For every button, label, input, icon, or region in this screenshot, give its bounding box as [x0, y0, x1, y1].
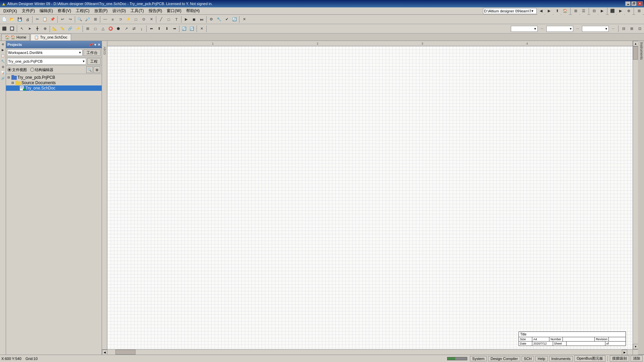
net-button[interactable]: ⊃ — [117, 16, 124, 23]
junction-button[interactable]: ⊙ — [140, 16, 147, 23]
tree-item-schdoc[interactable]: Try_one.SchDoc — [6, 85, 102, 91]
menu-view[interactable]: 察看(V) — [56, 7, 73, 14]
horizontal-scrollbar[interactable]: ◀ ▶ — [102, 349, 633, 355]
tb2-btn7[interactable]: 📐 — [51, 25, 58, 33]
menu-edit[interactable]: 编辑(E) — [38, 7, 55, 14]
menu-window[interactable]: 窗口(W) — [165, 7, 183, 14]
mask-button[interactable]: 摸膜级别 — [610, 355, 629, 362]
redo-button[interactable]: ↪ — [66, 16, 74, 23]
grid-btn[interactable]: ⊞ — [635, 7, 643, 15]
schematic-canvas[interactable]: 1 2 3 4 A B C D Title — [102, 41, 638, 355]
tb2-btn3[interactable]: ↖ — [18, 25, 25, 33]
design-compiler-button[interactable]: Design Compiler — [488, 356, 520, 361]
project-button[interactable]: 工程 — [87, 58, 101, 65]
vtb-btn3[interactable]: 📋 — [0, 53, 6, 58]
wire-button[interactable]: 〰 — [101, 16, 109, 23]
undo-button[interactable]: ↩ — [59, 16, 66, 23]
nav-forward-button[interactable]: ▶ — [545, 7, 553, 15]
tb2-btn5[interactable]: ╋ — [34, 25, 41, 33]
text-button[interactable]: T — [173, 16, 180, 23]
file-view-radio[interactable]: 文件视图 — [7, 67, 27, 72]
print-button[interactable]: 🖨 — [24, 16, 31, 23]
minimize-button[interactable]: 🗕 — [625, 1, 631, 6]
view-grid-button[interactable]: ⊞ — [572, 7, 579, 15]
tb2-btn16[interactable]: ↗ — [122, 25, 130, 33]
tb2-btn19[interactable]: ⬅ — [148, 25, 155, 33]
bus-button[interactable]: ≡ — [109, 16, 116, 23]
menu-project[interactable]: 工程(C) — [74, 7, 92, 14]
path-combo[interactable]: D:\Altium designer 09\learn\Try ▼ — [483, 8, 537, 14]
tb2-align3[interactable]: ⊡ — [636, 25, 643, 33]
tb2-btn13[interactable]: △ — [99, 25, 107, 33]
extra-button4[interactable]: ▶ — [617, 7, 624, 15]
file-tree[interactable]: ⊟ Try_one_pcb.PrjPCB ⊟ — [6, 74, 102, 355]
tb2-btn4[interactable]: ➤ — [26, 25, 33, 33]
panel-close-icon[interactable]: ✕ — [98, 43, 100, 47]
right-tab-instruments[interactable]: Instruments — [639, 41, 644, 355]
vertical-scrollbar[interactable]: ▲ ▼ — [633, 41, 638, 349]
openbus-button[interactable]: OpenBus图元板 — [574, 355, 605, 362]
nav-up-button[interactable]: ⬆ — [553, 7, 561, 15]
struct-view-radio[interactable]: 结构编辑器 — [30, 67, 53, 72]
tb2-btn22[interactable]: ➡ — [171, 25, 178, 33]
menu-file[interactable]: 文件(F) — [20, 7, 37, 14]
vtb-btn5[interactable]: ⚙ — [0, 64, 6, 70]
power-button[interactable]: ⚡ — [124, 16, 132, 23]
tb2-btn8[interactable]: 📏 — [59, 25, 66, 33]
tb2-btn2[interactable]: 🔲 — [8, 25, 16, 33]
menu-help[interactable]: 帮助(H) — [184, 7, 202, 14]
system-button[interactable]: System — [470, 356, 487, 361]
vtb-btn4[interactable]: 🔧 — [0, 59, 6, 64]
menu-place[interactable]: 放置(P) — [92, 7, 110, 14]
tb2-btn6[interactable]: ⊕ — [41, 25, 49, 33]
tb2-dots1[interactable]: ··· — [538, 25, 546, 33]
panel-pin-icon[interactable]: 📌 — [89, 43, 93, 47]
drc-button[interactable]: ✔ — [223, 16, 230, 23]
scroll-down-button[interactable]: ▼ — [633, 344, 638, 349]
tb2-btn11[interactable]: ⊞ — [84, 25, 91, 33]
scroll-up-button[interactable]: ▲ — [633, 41, 638, 46]
tb2-filter1[interactable]: ✕ — [198, 25, 205, 33]
project-combo[interactable]: Try_one_pcb.PrjPCB ▼ — [7, 58, 86, 65]
save-button[interactable]: 💾 — [16, 16, 23, 23]
workspace-combo[interactable]: Workspace1.DsnWrk ▼ — [7, 49, 83, 56]
scroll-left-button[interactable]: ◀ — [102, 350, 107, 355]
tree-item-project[interactable]: ⊟ Try_one_pcb.PrjPCB — [6, 75, 102, 80]
tb2-btn10[interactable]: ⚡ — [74, 25, 82, 33]
zoom-combo[interactable]: ▼ — [511, 26, 538, 32]
tb2-btn24[interactable]: 🔃 — [188, 25, 196, 33]
scroll-right-button[interactable]: ▶ — [622, 350, 627, 355]
view-icon-btn1[interactable]: 🔍 — [86, 66, 93, 73]
view-icon-btn2[interactable]: ⊞ — [94, 66, 100, 73]
tb2-btn20[interactable]: ⬆ — [155, 25, 163, 33]
tb2-btn12[interactable]: □ — [92, 25, 99, 33]
tab-schdoc[interactable]: 📋 Try_one.SchDoc — [31, 34, 71, 41]
menu-tools[interactable]: 工具(T) — [128, 7, 146, 14]
maximize-button[interactable]: 🗗 — [631, 1, 637, 6]
run-button[interactable]: ▶ — [182, 16, 190, 23]
menu-design[interactable]: 设计(D) — [110, 7, 128, 14]
nav-back-button[interactable]: ◀ — [537, 7, 545, 15]
tb2-btn23[interactable]: 🔄 — [180, 25, 188, 33]
tb2-dots2[interactable]: ··· — [574, 25, 581, 33]
menu-dxp[interactable]: DXP(X) — [1, 8, 19, 14]
close-button[interactable]: ✕ — [637, 1, 643, 6]
extra-button5[interactable]: ⊕ — [625, 7, 632, 15]
copy-button[interactable]: 📋 — [41, 16, 49, 23]
compile2-button[interactable]: 🔧 — [215, 16, 223, 23]
scroll-thumb-horizontal[interactable] — [115, 350, 136, 355]
view-list-button[interactable]: ☰ — [580, 7, 587, 15]
tb2-btn21[interactable]: ⬇ — [163, 25, 170, 33]
new-button[interactable]: 📄 — [1, 16, 8, 23]
zoom-out-button[interactable]: 🔎 — [84, 16, 91, 23]
tb2-dots3[interactable]: ··· — [609, 25, 617, 33]
workspace-button[interactable]: 工作台 — [84, 49, 101, 56]
extra-button3[interactable]: ⬛ — [609, 7, 616, 15]
line-button[interactable]: ╱ — [157, 16, 165, 23]
extra-button[interactable]: ⊟ — [590, 7, 598, 15]
tb2-btn17[interactable]: ⇄ — [130, 25, 138, 33]
vtb-btn1[interactable]: ⊕ — [0, 42, 6, 47]
tb2-align1[interactable]: ⊟ — [620, 25, 627, 33]
scroll-thumb-vertical[interactable] — [633, 46, 638, 60]
instruments-button[interactable]: Instruments — [549, 356, 573, 361]
